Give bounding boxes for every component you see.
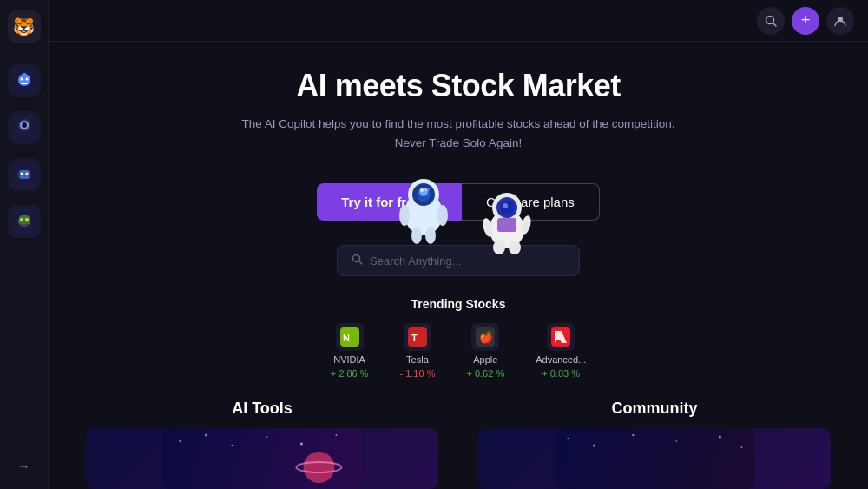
svg-point-20 bbox=[25, 218, 29, 221]
amd-name: Advanced... bbox=[536, 354, 586, 365]
hero-title: AI meets Stock Market bbox=[296, 68, 621, 104]
svg-point-39 bbox=[503, 203, 508, 208]
sidebar-bottom: → bbox=[8, 454, 41, 479]
app-logo[interactable]: 🐯 bbox=[8, 10, 41, 43]
svg-rect-4 bbox=[21, 83, 28, 84]
add-button[interactable]: + bbox=[792, 7, 819, 35]
amd-change: + 0.03 % bbox=[542, 368, 580, 379]
search-icon bbox=[352, 254, 363, 268]
ai-tools-title: AI Tools bbox=[232, 400, 293, 418]
svg-point-19 bbox=[20, 218, 23, 221]
svg-point-70 bbox=[675, 440, 677, 442]
svg-rect-16 bbox=[29, 173, 31, 177]
topbar: + bbox=[49, 0, 868, 42]
svg-point-9 bbox=[22, 122, 27, 128]
ai-robot-illustration bbox=[389, 170, 458, 256]
svg-point-3 bbox=[25, 78, 28, 81]
svg-point-43 bbox=[509, 241, 521, 254]
sidebar-item-bot2[interactable] bbox=[8, 111, 41, 144]
svg-point-71 bbox=[718, 436, 720, 439]
ai-tools-image[interactable]: 🚀 👾 🤖 bbox=[86, 428, 439, 489]
svg-line-46 bbox=[359, 261, 363, 265]
nvidia-logo: N bbox=[336, 323, 364, 351]
svg-text:N: N bbox=[343, 333, 350, 343]
svg-point-34 bbox=[424, 188, 430, 191]
svg-point-57 bbox=[231, 445, 233, 446]
stock-apple[interactable]: 🍎 Apple + 0.62 % bbox=[466, 323, 504, 379]
svg-rect-12 bbox=[19, 170, 30, 179]
user-avatar[interactable] bbox=[826, 7, 854, 35]
svg-point-29 bbox=[420, 188, 424, 192]
svg-rect-54 bbox=[162, 428, 362, 489]
bottom-sections: AI Tools bbox=[66, 400, 851, 489]
nvidia-name: NVIDIA bbox=[333, 354, 365, 365]
svg-point-31 bbox=[437, 205, 448, 226]
page-content: AI meets Stock Market The AI Copilot hel… bbox=[49, 42, 868, 489]
apple-change: + 0.62 % bbox=[466, 368, 504, 379]
trending-stocks-section: Trending Stocks N NVIDIA + 2.86 % bbox=[155, 297, 762, 379]
tesla-change: - 1.10 % bbox=[399, 368, 435, 379]
ai-tools-section: AI Tools bbox=[66, 400, 458, 489]
main-content: + AI meets Stock Market The AI Copilot h… bbox=[49, 0, 868, 489]
svg-point-30 bbox=[399, 205, 410, 226]
svg-rect-15 bbox=[17, 173, 20, 177]
svg-rect-66 bbox=[555, 428, 754, 489]
trending-title: Trending Stocks bbox=[155, 297, 762, 311]
svg-point-56 bbox=[204, 434, 207, 437]
tesla-logo: T bbox=[404, 323, 431, 351]
svg-point-68 bbox=[592, 445, 595, 447]
svg-point-69 bbox=[632, 434, 634, 436]
apple-logo: 🍎 bbox=[471, 323, 499, 351]
svg-text:🍎: 🍎 bbox=[479, 330, 494, 345]
stock-tesla[interactable]: T Tesla - 1.10 % bbox=[399, 323, 435, 379]
amd-logo bbox=[547, 323, 575, 351]
svg-point-13 bbox=[20, 173, 23, 175]
svg-point-2 bbox=[20, 78, 23, 81]
svg-point-61 bbox=[303, 452, 334, 483]
sidebar-item-bot1[interactable] bbox=[8, 64, 41, 97]
apple-name: Apple bbox=[473, 354, 497, 365]
svg-point-32 bbox=[411, 227, 422, 244]
svg-rect-5 bbox=[23, 73, 26, 76]
community-section: Community bbox=[458, 400, 851, 489]
svg-point-60 bbox=[335, 434, 337, 436]
search-bar[interactable]: Search Anything... bbox=[337, 245, 580, 276]
community-title: Community bbox=[612, 400, 698, 418]
svg-rect-44 bbox=[497, 218, 516, 232]
svg-point-67 bbox=[567, 438, 569, 439]
svg-point-42 bbox=[493, 241, 505, 254]
trending-stocks-list: N NVIDIA + 2.86 % T Tesla - 1.1 bbox=[155, 323, 762, 379]
sidebar: 🐯 bbox=[0, 0, 49, 489]
astronaut-illustration bbox=[473, 182, 541, 263]
sidebar-item-bot3[interactable] bbox=[8, 158, 41, 191]
hero-subtitle: The AI Copilot helps you to find the mos… bbox=[241, 115, 674, 152]
svg-point-72 bbox=[740, 446, 742, 448]
nvidia-change: + 2.86 % bbox=[331, 368, 369, 379]
svg-text:T: T bbox=[411, 333, 418, 343]
sidebar-expand-arrow[interactable]: → bbox=[8, 454, 41, 479]
svg-point-14 bbox=[25, 173, 28, 175]
sidebar-item-bot4[interactable] bbox=[8, 205, 41, 238]
tesla-name: Tesla bbox=[406, 354, 429, 365]
svg-point-59 bbox=[299, 443, 302, 446]
search-button[interactable] bbox=[757, 7, 785, 35]
community-image[interactable]: 🧑‍🚀 👽 🤖 🏠 🛸 bbox=[478, 428, 832, 489]
svg-point-55 bbox=[179, 440, 181, 442]
svg-point-33 bbox=[425, 227, 436, 244]
stock-nvidia[interactable]: N NVIDIA + 2.86 % bbox=[331, 323, 369, 379]
svg-line-22 bbox=[773, 23, 777, 26]
stock-amd[interactable]: Advanced... + 0.03 % bbox=[536, 323, 586, 379]
svg-point-10 bbox=[22, 123, 23, 125]
svg-point-58 bbox=[266, 436, 267, 438]
